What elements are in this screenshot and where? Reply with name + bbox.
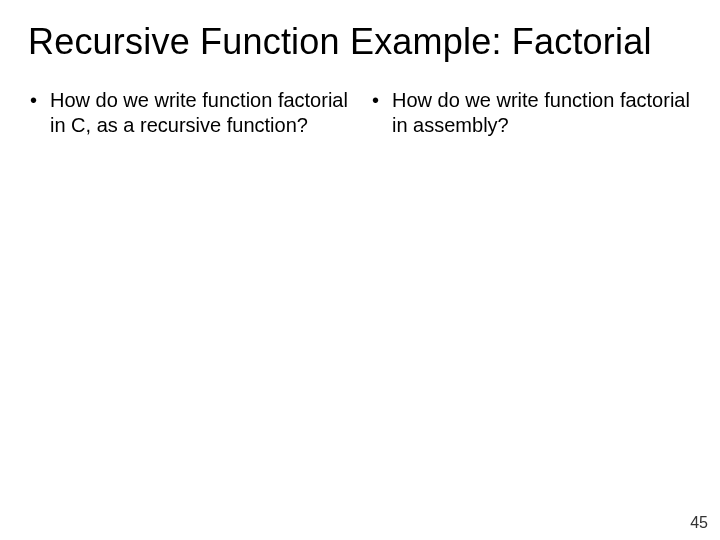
bullet-marker-icon: • <box>28 88 50 114</box>
right-column: • How do we write function factorial in … <box>370 88 692 139</box>
slide: Recursive Function Example: Factorial • … <box>0 0 720 540</box>
left-bullet-text: How do we write function factorial in C,… <box>50 88 350 139</box>
bullet-marker-icon: • <box>370 88 392 114</box>
content-columns: • How do we write function factorial in … <box>28 88 692 139</box>
right-bullet-text: How do we write function factorial in as… <box>392 88 692 139</box>
page-number: 45 <box>690 514 708 532</box>
left-column: • How do we write function factorial in … <box>28 88 350 139</box>
bullet-item: • How do we write function factorial in … <box>370 88 692 139</box>
bullet-item: • How do we write function factorial in … <box>28 88 350 139</box>
slide-title: Recursive Function Example: Factorial <box>28 22 692 62</box>
